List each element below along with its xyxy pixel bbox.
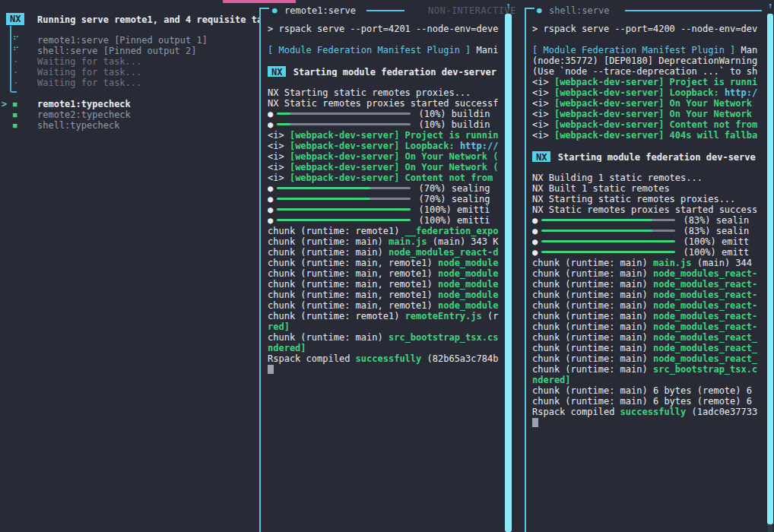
terminal-text: [webpack-dev-server] Content not from: [290, 173, 493, 183]
terminal-text: (100%) emitt: [677, 247, 749, 258]
task-row[interactable]: ·Waiting for task...: [0, 56, 259, 67]
terminal-line: chunk (runtime: main) main.js (main) 344: [532, 258, 766, 268]
task-row[interactable]: ⠋remote1:serve [Pinned output 1]: [0, 35, 259, 46]
terminal-text: chunk (runtime: remote1): [268, 311, 405, 321]
terminal-line: ● (100%) emitti: [268, 204, 502, 215]
terminal-line: chunk (runtime: main, remote1) node_modu…: [268, 258, 502, 268]
terminal-text: [webpack-dev-server] 404s will fallba: [554, 130, 757, 141]
terminal-text: ndered]: [268, 343, 306, 353]
task-label: Waiting for task...: [37, 67, 141, 78]
terminal-text: node_modules_react-: [653, 290, 757, 300]
terminal-output: > rspack serve --port=4200 --node-env=de…: [532, 24, 766, 428]
terminal-line: <i> [webpack-dev-server] Loopback: http:…: [268, 141, 502, 151]
terminal-text: <i>: [268, 173, 290, 183]
task-label: remote1:serve [Pinned output 1]: [37, 35, 208, 46]
task-row[interactable]: ⠋shell:serve [Pinned output 2]: [0, 46, 259, 56]
terminal-line: NX Starting static remotes proxies...: [268, 87, 502, 98]
terminal-text: (10%) buildin: [413, 119, 490, 130]
square-icon: ■: [13, 120, 17, 131]
scrollbar-thumb[interactable]: [505, 14, 512, 532]
terminal-text: (83%) sealin: [677, 226, 749, 236]
terminal-text: (node:35772) [DEP0180] DeprecationWarnin…: [532, 55, 757, 66]
pane-border-left: [259, 8, 261, 532]
terminal-text: [webpack-dev-server] Loopback:: [554, 87, 725, 98]
terminal-line: [532, 34, 766, 45]
pane-title[interactable]: shell:serve: [549, 5, 609, 16]
terminal-text: (main) 343 K: [427, 236, 499, 247]
terminal-text: [webpack-dev-server] On Your Network: [554, 98, 752, 109]
terminal-line: [ Module Federation Manifest Plugin ] Ma…: [532, 45, 766, 55]
terminal-line: <i> [webpack-dev-server] On Your Network…: [268, 151, 502, 162]
progress-bar: [277, 219, 411, 221]
terminal-line: chunk (runtime: remote1) remoteEntry.js …: [268, 311, 502, 321]
terminal-text: chunk (runtime: main): [532, 300, 653, 311]
terminal-text: ●: [268, 204, 273, 215]
scrollbar[interactable]: ↑: [767, 0, 773, 532]
terminal-text: > rspack serve --port=4200 --node-env=de…: [532, 24, 757, 34]
terminal-pane-shell-serve: ● shell:serve > rspack serve --port=4200…: [525, 0, 774, 532]
task-row[interactable]: >■remote1:typecheck: [0, 99, 259, 109]
task-list-title: Running serve remote1, and 4 requisite t…: [37, 14, 259, 25]
terminal-line: NX Starting module federation dev-server: [268, 66, 502, 77]
terminal-line: NX Starting module federation dev-serve: [532, 151, 766, 162]
scroll-up-icon[interactable]: ↑: [767, 2, 773, 11]
terminal-text: <i>: [532, 77, 554, 87]
terminal-line: <i> [webpack-dev-server] 404s will fallb…: [532, 130, 766, 141]
terminal-line: ● (70%) sealing: [268, 194, 502, 204]
scrollbar-thumb[interactable]: [767, 14, 773, 524]
terminal-text: Rspack compiled: [532, 407, 620, 417]
scroll-up-icon[interactable]: ↑: [505, 2, 512, 11]
pane-header: ● shell:serve: [525, 5, 774, 17]
terminal-line: chunk (runtime: main) node_modules_react…: [532, 290, 766, 300]
terminal-line: Rspack compiled successfully (1adc0e3773…: [532, 407, 766, 417]
terminal-line: > rspack serve --port=4201 --node-env=de…: [268, 24, 502, 34]
terminal-text: node_module: [438, 290, 498, 300]
terminal-text: (82b65a3c784b: [421, 353, 498, 364]
terminal-text: Starting module federation dev-server: [287, 67, 496, 77]
terminal-line: ● (100%) emitt: [532, 236, 766, 247]
terminal-text: chunk (runtime: main, remote1): [268, 279, 438, 290]
task-row[interactable]: ■remote2:typecheck: [0, 109, 259, 120]
terminal-text: node_modules_react_: [653, 332, 757, 343]
terminal-line: NX Starting static remotes proxies...: [532, 194, 766, 204]
task-list: ⠋remote1:serve [Pinned output 1]⠋shell:s…: [0, 35, 259, 131]
progress-bar: [541, 251, 675, 253]
terminal-text: node_modules_react_: [653, 353, 757, 364]
terminal-text: successfully: [356, 353, 422, 364]
terminal-line: ● (83%) sealin: [532, 215, 766, 226]
task-row[interactable]: ·Waiting for task...: [0, 78, 259, 88]
terminal-text: NX Built 1 static remotes: [532, 183, 670, 194]
terminal-text: chunk (runtime: main) 6 bytes (remote) 6: [532, 385, 752, 396]
task-row[interactable]: ■shell:typecheck: [0, 120, 259, 131]
terminal-text: chunk (runtime: main): [532, 268, 653, 279]
task-label: shell:serve [Pinned output 2]: [37, 46, 197, 56]
nx-badge: NX: [532, 151, 550, 162]
scrollbar[interactable]: ↑: [505, 0, 512, 532]
progress-bar: [277, 187, 411, 189]
terminal-line: ● (10%) buildin: [268, 119, 502, 130]
task-list-pane: NX Running serve remote1, and 4 requisit…: [0, 0, 259, 532]
task-row[interactable]: ·Waiting for task...: [0, 67, 259, 78]
terminal-text: Mani: [471, 45, 498, 55]
task-label: remote2:typecheck: [37, 109, 131, 120]
terminal-line: [532, 162, 766, 173]
terminal-text: node_modules_react-: [653, 321, 757, 332]
terminal-text: ●: [268, 183, 273, 194]
terminal-text: chunk (runtime: main): [532, 343, 653, 353]
terminal-line: chunk (runtime: main) 6 bytes (remote) 6: [532, 385, 766, 396]
dot-icon: ·: [13, 56, 18, 67]
terminal-text: NX Static remotes proxies started succes…: [532, 204, 757, 215]
pane-title[interactable]: remote1:serve: [284, 5, 356, 16]
terminal-text: node_module: [438, 279, 498, 290]
terminal-line: [268, 55, 502, 66]
terminal-text: main.js: [389, 236, 427, 247]
terminal-text: [ Module Federation Manifest Plugin ]: [532, 45, 735, 55]
terminal-text: <i>: [532, 87, 554, 98]
progress-bar: [277, 112, 411, 115]
terminal-line: red]: [268, 321, 502, 332]
terminal-text: ndered]: [532, 375, 571, 385]
spacer: [0, 88, 259, 99]
terminal-text: Starting module federation dev-serve: [552, 152, 755, 162]
terminal-text: node_modules_react-: [653, 268, 757, 279]
terminal-text: node_modules_react_: [653, 343, 757, 353]
